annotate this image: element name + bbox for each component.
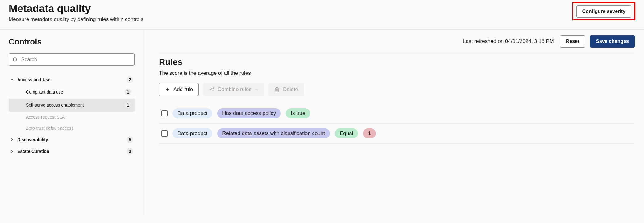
rules-title: Rules bbox=[159, 57, 635, 67]
combine-rules-button[interactable]: Combine rules bbox=[203, 83, 264, 96]
page-title: Metadata quality bbox=[9, 2, 143, 15]
save-changes-button[interactable]: Save changes bbox=[590, 35, 635, 48]
rule-checkbox[interactable] bbox=[161, 110, 168, 116]
header-text-block: Metadata quality Measure metadata qualit… bbox=[9, 2, 143, 23]
rule-attribute-pill[interactable]: Has data access policy bbox=[217, 108, 281, 118]
rules-list: Data productHas data access policyIs tru… bbox=[159, 103, 635, 144]
rule-operator-pill[interactable]: Is true bbox=[286, 108, 310, 118]
configure-severity-button[interactable]: Configure severity bbox=[576, 5, 631, 18]
svg-line-1 bbox=[16, 61, 17, 61]
add-rule-label: Add rule bbox=[173, 86, 193, 93]
page-subtitle: Measure metadata quality by defining rul… bbox=[9, 16, 143, 23]
controls-tree: Access and Use2Compliant data use1Self-s… bbox=[9, 74, 135, 157]
controls-sidebar: Controls Access and Use2Compliant data u… bbox=[0, 30, 143, 215]
chevron-right-icon bbox=[10, 137, 14, 142]
trash-icon bbox=[274, 87, 280, 92]
last-refreshed: Last refreshed on 04/01/2024, 3:16 PM bbox=[463, 38, 554, 44]
plus-icon bbox=[165, 87, 170, 92]
tree-group-label: Access and Use bbox=[17, 77, 123, 82]
tree-group-header[interactable]: Estate Curation3 bbox=[9, 145, 135, 157]
count-badge: 1 bbox=[125, 102, 131, 108]
count-badge: 5 bbox=[127, 136, 133, 143]
action-row: Last refreshed on 04/01/2024, 3:16 PM Re… bbox=[159, 35, 635, 53]
chevron-down-icon bbox=[10, 78, 14, 82]
search-wrap bbox=[9, 53, 135, 66]
combine-rules-label: Combine rules bbox=[218, 86, 251, 93]
page-header: Metadata quality Measure metadata qualit… bbox=[0, 0, 644, 30]
delete-button[interactable]: Delete bbox=[268, 83, 304, 96]
merge-icon bbox=[209, 87, 214, 92]
rule-value-pill[interactable]: 1 bbox=[363, 128, 376, 138]
svg-point-0 bbox=[13, 58, 17, 61]
count-badge: 2 bbox=[127, 76, 133, 83]
tree-item[interactable]: Compliant data use1 bbox=[9, 86, 135, 99]
count-badge: 3 bbox=[127, 148, 133, 155]
rule-attribute-pill[interactable]: Related data assets with classification … bbox=[217, 128, 330, 138]
tree-group-header[interactable]: Access and Use2 bbox=[9, 74, 135, 86]
chevron-down-icon bbox=[255, 88, 258, 91]
count-badge: 1 bbox=[125, 89, 131, 95]
rules-subtitle: The score is the average of all the rule… bbox=[159, 70, 635, 76]
rule-row: Data productHas data access policyIs tru… bbox=[159, 103, 635, 124]
tree-group-label: Discoverability bbox=[17, 137, 123, 142]
rule-operator-pill[interactable]: Equal bbox=[335, 128, 358, 138]
main-panel: Last refreshed on 04/01/2024, 3:16 PM Re… bbox=[143, 30, 644, 215]
delete-label: Delete bbox=[283, 86, 298, 93]
search-icon bbox=[12, 57, 18, 62]
tree-group-label: Estate Curation bbox=[17, 149, 123, 154]
rules-toolbar: Add rule Combine rules Delete bbox=[159, 83, 635, 96]
tree-item-label: Compliant data use bbox=[26, 90, 122, 95]
tree-item: Zero-trust default access bbox=[9, 123, 135, 134]
rule-entity-pill[interactable]: Data product bbox=[172, 108, 212, 118]
reset-button[interactable]: Reset bbox=[560, 35, 585, 48]
rule-entity-pill[interactable]: Data product bbox=[172, 128, 212, 138]
tree-item[interactable]: Self-serve access enablement1 bbox=[9, 99, 135, 112]
chevron-right-icon bbox=[10, 149, 14, 154]
search-input[interactable] bbox=[9, 53, 135, 66]
rule-row: Data productRelated data assets with cla… bbox=[159, 124, 635, 144]
rule-checkbox[interactable] bbox=[161, 130, 168, 137]
controls-title: Controls bbox=[9, 37, 135, 47]
tree-item: Access request SLA bbox=[9, 112, 135, 123]
tree-item-label: Access request SLA bbox=[26, 115, 131, 120]
tree-group-header[interactable]: Discoverability5 bbox=[9, 134, 135, 145]
tree-item-label: Self-serve access enablement bbox=[26, 103, 122, 107]
configure-severity-highlight: Configure severity bbox=[572, 2, 635, 20]
add-rule-button[interactable]: Add rule bbox=[159, 83, 199, 96]
tree-item-label: Zero-trust default access bbox=[26, 126, 131, 131]
